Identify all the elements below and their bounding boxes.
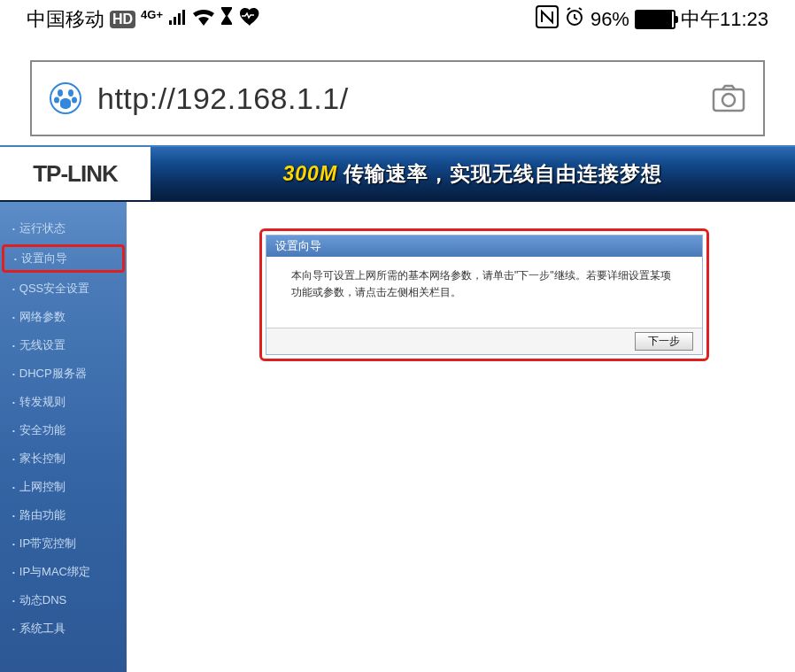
hd-badge: HD xyxy=(110,11,135,28)
banner-slogan: 传输速率，实现无线自由连接梦想 xyxy=(337,162,662,185)
sidebar-item-7[interactable]: •安全功能 xyxy=(0,416,127,444)
svg-point-5 xyxy=(54,97,59,104)
banner-text: 300M 传输速率，实现无线自由连接梦想 xyxy=(283,160,663,188)
address-bar[interactable]: http://192.168.1.1/ xyxy=(30,60,765,136)
wizard-panel: 设置向导 本向导可设置上网所需的基本网络参数，请单击"下一步"继续。若要详细设置… xyxy=(266,235,703,355)
svg-point-4 xyxy=(68,89,73,97)
sidebar-item-2[interactable]: •QSS安全设置 xyxy=(0,274,127,303)
sidebar-item-14[interactable]: •系统工具 xyxy=(0,614,127,643)
bullet-icon: • xyxy=(12,455,15,463)
sidebar-item-label: 设置向导 xyxy=(21,251,67,266)
bullet-icon: • xyxy=(12,398,15,406)
sidebar-item-10[interactable]: •路由功能 xyxy=(0,501,127,529)
bullet-icon: • xyxy=(12,427,15,435)
sidebar-item-11[interactable]: •IP带宽控制 xyxy=(0,529,127,558)
time-label: 中午11:23 xyxy=(681,6,768,33)
svg-point-6 xyxy=(72,97,77,104)
bullet-icon: • xyxy=(12,512,15,520)
sidebar-item-label: 网络参数 xyxy=(19,309,66,325)
main-layout: •运行状态•设置向导•QSS安全设置•网络参数•无线设置•DHCP服务器•转发规… xyxy=(0,202,795,672)
bullet-icon: • xyxy=(14,255,17,263)
camera-icon[interactable] xyxy=(712,84,745,112)
router-logo: TP-LINK xyxy=(33,160,118,188)
bullet-icon: • xyxy=(12,225,15,233)
sidebar-item-label: 家长控制 xyxy=(19,451,66,467)
carrier-label: 中国移动 xyxy=(27,6,104,33)
sidebar-item-label: IP与MAC绑定 xyxy=(19,564,90,580)
sidebar-item-label: DHCP服务器 xyxy=(19,366,87,382)
wizard-highlight-box: 设置向导 本向导可设置上网所需的基本网络参数，请单击"下一步"继续。若要详细设置… xyxy=(259,228,709,361)
bullet-icon: • xyxy=(12,625,15,633)
sidebar-item-8[interactable]: •家长控制 xyxy=(0,444,127,473)
wizard-title: 设置向导 xyxy=(266,236,702,257)
logo-section: TP-LINK xyxy=(0,147,151,200)
svg-rect-7 xyxy=(714,89,744,111)
signal-icon xyxy=(168,8,188,31)
status-right: 96% 中午11:23 xyxy=(536,5,768,34)
sidebar-item-9[interactable]: •上网控制 xyxy=(0,473,127,501)
nfc-icon xyxy=(536,5,559,34)
baidu-icon xyxy=(50,82,81,114)
sidebar-item-label: 转发规则 xyxy=(19,394,66,410)
sidebar-item-6[interactable]: •转发规则 xyxy=(0,388,127,416)
heart-icon xyxy=(239,8,260,31)
battery-icon xyxy=(635,10,675,29)
status-bar: 中国移动 HD 4G+ 96% 中午11:23 xyxy=(0,0,795,39)
wizard-body: 本向导可设置上网所需的基本网络参数，请单击"下一步"继续。若要详细设置某项功能或… xyxy=(266,257,702,328)
sidebar-item-4[interactable]: •无线设置 xyxy=(0,331,127,359)
hourglass-icon xyxy=(220,7,234,32)
bullet-icon: • xyxy=(12,342,15,350)
wizard-footer: 下一步 xyxy=(266,328,702,354)
sidebar-item-label: 系统工具 xyxy=(19,621,66,637)
svg-point-8 xyxy=(722,94,735,106)
sidebar-item-label: 路由功能 xyxy=(19,507,66,523)
router-header: TP-LINK 300M 传输速率，实现无线自由连接梦想 xyxy=(0,145,795,202)
sidebar-item-5[interactable]: •DHCP服务器 xyxy=(0,359,127,388)
bullet-icon: • xyxy=(12,568,15,576)
sidebar-item-label: 安全功能 xyxy=(19,422,66,438)
banner-speed: 300M xyxy=(283,162,338,185)
sidebar-item-label: QSS安全设置 xyxy=(19,281,89,297)
content-area: 设置向导 本向导可设置上网所需的基本网络参数，请单击"下一步"继续。若要详细设置… xyxy=(127,202,795,672)
bullet-icon: • xyxy=(12,313,15,321)
status-left: 中国移动 HD 4G+ xyxy=(27,6,260,33)
wifi-icon xyxy=(193,8,214,31)
svg-point-3 xyxy=(58,89,63,97)
sidebar-item-13[interactable]: •动态DNS xyxy=(0,586,127,614)
sidebar: •运行状态•设置向导•QSS安全设置•网络参数•无线设置•DHCP服务器•转发规… xyxy=(0,202,127,672)
banner-section: 300M 传输速率，实现无线自由连接梦想 xyxy=(151,147,795,200)
sidebar-item-label: 上网控制 xyxy=(19,479,66,495)
bullet-icon: • xyxy=(12,370,15,378)
bullet-icon: • xyxy=(12,285,15,293)
sidebar-item-label: 动态DNS xyxy=(19,592,66,608)
bullet-icon: • xyxy=(12,483,15,491)
next-button[interactable]: 下一步 xyxy=(635,332,693,351)
sidebar-item-label: IP带宽控制 xyxy=(19,536,76,552)
bullet-icon: • xyxy=(12,597,15,605)
sidebar-item-label: 无线设置 xyxy=(19,337,66,353)
network-type: 4G+ xyxy=(141,8,163,21)
address-bar-container: http://192.168.1.1/ xyxy=(0,39,795,145)
sidebar-item-12[interactable]: •IP与MAC绑定 xyxy=(0,558,127,586)
battery-percent: 96% xyxy=(590,8,629,31)
sidebar-item-0[interactable]: •运行状态 xyxy=(0,214,127,243)
url-input[interactable]: http://192.168.1.1/ xyxy=(97,81,712,116)
bullet-icon: • xyxy=(12,540,15,548)
alarm-icon xyxy=(564,6,585,33)
sidebar-item-label: 运行状态 xyxy=(19,220,66,236)
sidebar-item-3[interactable]: •网络参数 xyxy=(0,303,127,331)
sidebar-item-1[interactable]: •设置向导 xyxy=(2,244,125,273)
